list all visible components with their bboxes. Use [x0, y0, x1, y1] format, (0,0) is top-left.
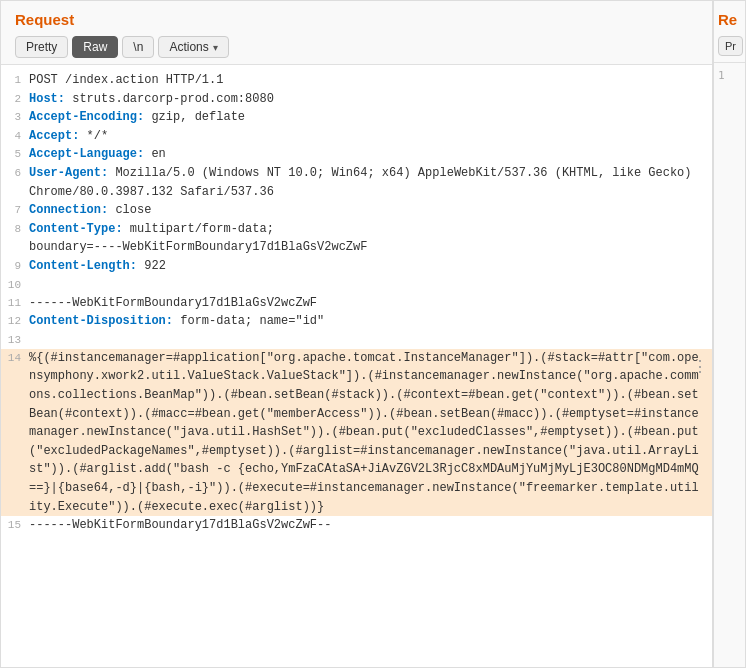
- line-number: 1: [1, 71, 29, 90]
- line-number: 9: [1, 257, 29, 276]
- header-key: Content-Type:: [29, 222, 123, 236]
- header-value: Mozilla/5.0 (Windows NT 10.0; Win64; x64…: [29, 166, 699, 199]
- raw-button[interactable]: Raw: [72, 36, 118, 58]
- request-panel-header: Request Pretty Raw \n Actions ▾: [1, 1, 712, 65]
- line-content: Content-Length: 922: [29, 257, 712, 276]
- actions-label: Actions: [169, 40, 208, 54]
- table-row: 11------WebKitFormBoundary17d1BlaGsV2wcZ…: [1, 294, 712, 313]
- header-key: Content-Disposition:: [29, 314, 173, 328]
- line-content: Host: struts.darcorp-prod.com:8080: [29, 90, 712, 109]
- line-content: Accept: */*: [29, 127, 712, 146]
- line-content: POST /index.action HTTP/1.1: [29, 71, 712, 90]
- request-body[interactable]: 1POST /index.action HTTP/1.12Host: strut…: [1, 65, 712, 667]
- table-row: 14%{(#instancemanager=#application["org.…: [1, 349, 712, 516]
- header-value: */*: [79, 129, 108, 143]
- line-content: Content-Type: multipart/form-data; bound…: [29, 220, 712, 257]
- table-row: 9Content-Length: 922: [1, 257, 712, 276]
- request-toolbar: Pretty Raw \n Actions ▾: [15, 36, 698, 58]
- table-row: 1POST /index.action HTTP/1.1: [1, 71, 712, 90]
- line-number: 12: [1, 312, 29, 331]
- response-panel: Re Pr 1: [713, 1, 745, 667]
- header-key: Host:: [29, 92, 65, 106]
- table-row: 8Content-Type: multipart/form-data; boun…: [1, 220, 712, 257]
- line-number: 13: [1, 331, 29, 349]
- line-content: [29, 331, 712, 349]
- table-row: 5Accept-Language: en: [1, 145, 712, 164]
- line-number: 4: [1, 127, 29, 146]
- line-content: Content-Disposition: form-data; name="id…: [29, 312, 712, 331]
- header-key: Connection:: [29, 203, 108, 217]
- header-value: close: [108, 203, 151, 217]
- table-row: 13: [1, 331, 712, 349]
- response-panel-header: Re Pr: [714, 1, 745, 63]
- line-number: 6: [1, 164, 29, 201]
- header-value: 922: [137, 259, 166, 273]
- line-number: 15: [1, 516, 29, 535]
- header-key: Accept:: [29, 129, 79, 143]
- table-row: 3Accept-Encoding: gzip, deflate: [1, 108, 712, 127]
- response-panel-title: Re: [718, 11, 741, 28]
- response-line-num: 1: [714, 63, 745, 88]
- ln-button[interactable]: \n: [122, 36, 154, 58]
- actions-button[interactable]: Actions ▾: [158, 36, 228, 58]
- line-content: Accept-Language: en: [29, 145, 712, 164]
- request-panel: Request Pretty Raw \n Actions ▾ 1POST /i…: [1, 1, 713, 667]
- header-key: Accept-Language:: [29, 147, 144, 161]
- line-number: 3: [1, 108, 29, 127]
- header-key: User-Agent:: [29, 166, 108, 180]
- table-row: 15------WebKitFormBoundary17d1BlaGsV2wcZ…: [1, 516, 712, 535]
- line-content: [29, 276, 712, 294]
- table-row: 7Connection: close: [1, 201, 712, 220]
- line-content: Connection: close: [29, 201, 712, 220]
- more-options-icon[interactable]: ⋮: [692, 357, 708, 376]
- line-content: ------WebKitFormBoundary17d1BlaGsV2wcZwF…: [29, 516, 712, 535]
- table-row: 10: [1, 276, 712, 294]
- line-number: 5: [1, 145, 29, 164]
- line-content: Accept-Encoding: gzip, deflate: [29, 108, 712, 127]
- line-number: 2: [1, 90, 29, 109]
- actions-chevron-icon: ▾: [213, 42, 218, 53]
- table-row: 4Accept: */*: [1, 127, 712, 146]
- header-value: gzip, deflate: [144, 110, 245, 124]
- header-key: Content-Length:: [29, 259, 137, 273]
- line-content: ------WebKitFormBoundary17d1BlaGsV2wcZwF: [29, 294, 712, 313]
- line-number: 14: [1, 349, 29, 516]
- line-number: 11: [1, 294, 29, 313]
- table-row: 6User-Agent: Mozilla/5.0 (Windows NT 10.…: [1, 164, 712, 201]
- request-body-wrapper: 1POST /index.action HTTP/1.12Host: strut…: [1, 65, 712, 667]
- header-value: struts.darcorp-prod.com:8080: [65, 92, 274, 106]
- header-value: form-data; name="id": [173, 314, 324, 328]
- pr-button[interactable]: Pr: [718, 36, 743, 56]
- header-key: Accept-Encoding:: [29, 110, 144, 124]
- table-row: 12Content-Disposition: form-data; name="…: [1, 312, 712, 331]
- line-number: 7: [1, 201, 29, 220]
- line-content: User-Agent: Mozilla/5.0 (Windows NT 10.0…: [29, 164, 712, 201]
- line-number: 10: [1, 276, 29, 294]
- header-value: en: [144, 147, 166, 161]
- request-panel-title: Request: [15, 11, 698, 28]
- line-number: 8: [1, 220, 29, 257]
- table-row: 2Host: struts.darcorp-prod.com:8080: [1, 90, 712, 109]
- pretty-button[interactable]: Pretty: [15, 36, 68, 58]
- line-content: %{(#instancemanager=#application["org.ap…: [29, 349, 712, 516]
